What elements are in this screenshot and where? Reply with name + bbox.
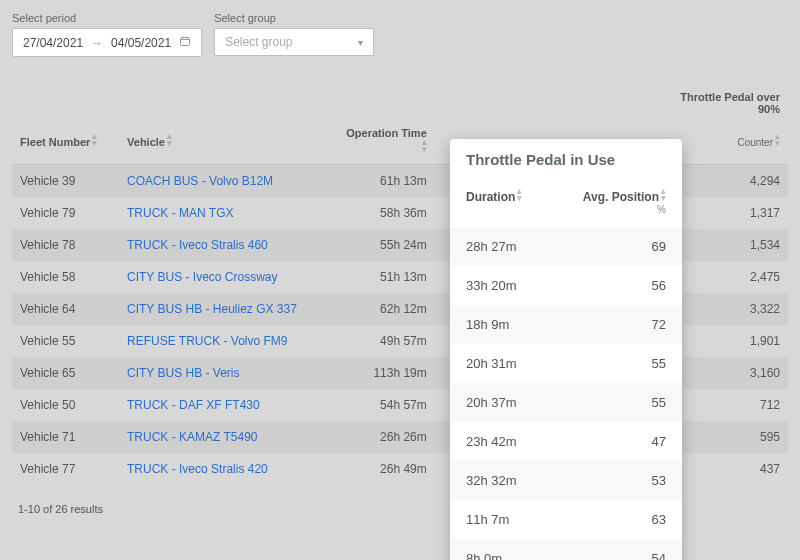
- throttle-avg: 55: [616, 395, 666, 410]
- counter-cell: 3,160: [670, 357, 788, 389]
- throttle-duration: 8h 0m: [466, 551, 616, 560]
- col-optime-header[interactable]: Operation Time▴▾: [333, 117, 435, 165]
- counter-cell: 712: [670, 389, 788, 421]
- calendar-icon: [179, 35, 191, 50]
- counter-cell: 1,534: [670, 229, 788, 261]
- date-to: 04/05/2021: [111, 36, 171, 50]
- sort-icon: ▴▾: [775, 133, 780, 147]
- period-label: Select period: [12, 12, 202, 24]
- vehicle-link[interactable]: REFUSE TRUCK - Volvo FM9: [127, 334, 287, 348]
- throttle-row: 20h 31m55: [450, 344, 682, 383]
- fleet-cell: Vehicle 71: [12, 421, 119, 453]
- throttle-duration: 33h 20m: [466, 278, 616, 293]
- throttle-duration: 32h 32m: [466, 473, 616, 488]
- throttle-row: 18h 9m72: [450, 305, 682, 344]
- throttle-panel: Throttle Pedal in Use Duration▴▾ Avg. Po…: [450, 139, 682, 560]
- svg-rect-0: [181, 38, 190, 46]
- vehicle-link[interactable]: CITY BUS HB - Veris: [127, 366, 239, 380]
- arrow-right-icon: →: [91, 36, 103, 50]
- optime-cell: 54h 57m: [333, 389, 435, 421]
- vehicle-link[interactable]: TRUCK - Iveco Stralis 460: [127, 238, 268, 252]
- group-label: Select group: [214, 12, 374, 24]
- date-from: 27/04/2021: [23, 36, 83, 50]
- throttle-avg: 69: [616, 239, 666, 254]
- counter-cell: 4,294: [670, 165, 788, 198]
- throttle-row: 20h 37m55: [450, 383, 682, 422]
- fleet-cell: Vehicle 79: [12, 197, 119, 229]
- throttle-avg: 54: [616, 551, 666, 560]
- throttle-row: 28h 27m69: [450, 227, 682, 266]
- throttle-duration: 20h 31m: [466, 356, 616, 371]
- fleet-cell: Vehicle 64: [12, 293, 119, 325]
- optime-cell: 49h 57m: [333, 325, 435, 357]
- panel-col-avg[interactable]: Avg. Position▴▾%: [583, 188, 666, 215]
- col-counter-header[interactable]: Counter▴▾: [670, 117, 788, 165]
- counter-cell: 437: [670, 453, 788, 485]
- throttle-duration: 28h 27m: [466, 239, 616, 254]
- fleet-cell: Vehicle 50: [12, 389, 119, 421]
- counter-cell: 3,322: [670, 293, 788, 325]
- throttle-avg: 56: [616, 278, 666, 293]
- col-fleet-header[interactable]: Fleet Number▴▾: [12, 117, 119, 165]
- vehicle-link[interactable]: CITY BUS HB - Heuliez GX 337: [127, 302, 297, 316]
- throttle-duration: 23h 42m: [466, 434, 616, 449]
- fleet-cell: Vehicle 39: [12, 165, 119, 198]
- optime-cell: 51h 13m: [333, 261, 435, 293]
- throttle-duration: 11h 7m: [466, 512, 616, 527]
- vehicle-link[interactable]: COACH BUS - Volvo B12M: [127, 174, 273, 188]
- fleet-cell: Vehicle 78: [12, 229, 119, 261]
- throttle-group-header: Throttle Pedal over 90%: [670, 81, 788, 117]
- counter-cell: 595: [670, 421, 788, 453]
- optime-cell: 26h 26m: [333, 421, 435, 453]
- optime-cell: 26h 49m: [333, 453, 435, 485]
- sort-icon: ▴▾: [92, 133, 97, 147]
- vehicle-link[interactable]: TRUCK - KAMAZ T5490: [127, 430, 257, 444]
- group-select[interactable]: Select group ▾: [214, 28, 374, 56]
- chevron-down-icon: ▾: [358, 37, 363, 48]
- throttle-panel-title: Throttle Pedal in Use: [450, 139, 682, 178]
- fleet-cell: Vehicle 65: [12, 357, 119, 389]
- counter-cell: 1,901: [670, 325, 788, 357]
- panel-col-duration[interactable]: Duration▴▾: [466, 188, 583, 215]
- throttle-avg: 53: [616, 473, 666, 488]
- optime-cell: 55h 24m: [333, 229, 435, 261]
- col-vehicle-header[interactable]: Vehicle▴▾: [119, 117, 333, 165]
- optime-cell: 62h 12m: [333, 293, 435, 325]
- sort-icon: ▴▾: [422, 139, 427, 153]
- throttle-row: 8h 0m54: [450, 539, 682, 560]
- throttle-avg: 63: [616, 512, 666, 527]
- sort-icon: ▴▾: [167, 133, 172, 147]
- fleet-cell: Vehicle 77: [12, 453, 119, 485]
- vehicle-link[interactable]: TRUCK - Iveco Stralis 420: [127, 462, 268, 476]
- group-placeholder: Select group: [225, 35, 292, 49]
- throttle-avg: 47: [616, 434, 666, 449]
- sort-icon: ▴▾: [661, 188, 666, 202]
- throttle-row: 11h 7m63: [450, 500, 682, 539]
- throttle-duration: 18h 9m: [466, 317, 616, 332]
- fleet-cell: Vehicle 58: [12, 261, 119, 293]
- optime-cell: 113h 19m: [333, 357, 435, 389]
- vehicle-link[interactable]: CITY BUS - Iveco Crossway: [127, 270, 277, 284]
- throttle-avg: 72: [616, 317, 666, 332]
- counter-cell: 1,317: [670, 197, 788, 229]
- vehicle-link[interactable]: TRUCK - DAF XF FT430: [127, 398, 260, 412]
- throttle-duration: 20h 37m: [466, 395, 616, 410]
- optime-cell: 58h 36m: [333, 197, 435, 229]
- counter-cell: 2,475: [670, 261, 788, 293]
- sort-icon: ▴▾: [517, 188, 522, 202]
- date-range-picker[interactable]: 27/04/2021 → 04/05/2021: [12, 28, 202, 57]
- throttle-row: 33h 20m56: [450, 266, 682, 305]
- vehicle-link[interactable]: TRUCK - MAN TGX: [127, 206, 233, 220]
- optime-cell: 61h 13m: [333, 165, 435, 198]
- throttle-row: 23h 42m47: [450, 422, 682, 461]
- fleet-cell: Vehicle 55: [12, 325, 119, 357]
- throttle-avg: 55: [616, 356, 666, 371]
- throttle-row: 32h 32m53: [450, 461, 682, 500]
